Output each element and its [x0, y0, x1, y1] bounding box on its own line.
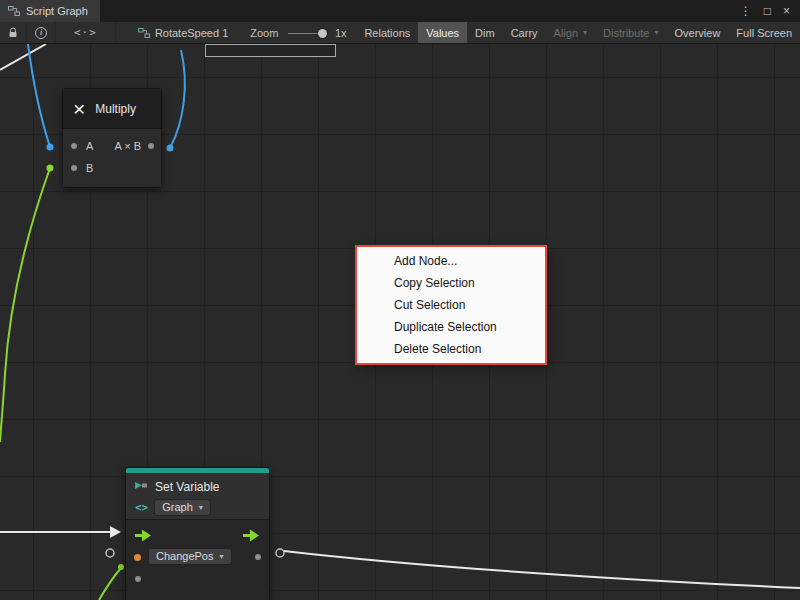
- menu-item-delete-selection[interactable]: Delete Selection: [357, 338, 545, 360]
- chevron-down-icon: ▾: [655, 29, 659, 37]
- value-output-port[interactable]: [255, 554, 261, 560]
- lock-button[interactable]: [0, 22, 27, 44]
- maximize-icon[interactable]: □: [764, 5, 771, 17]
- value-input-port[interactable]: [134, 554, 141, 561]
- wire-white-flow-out[interactable]: [284, 551, 800, 588]
- flow-row: [126, 524, 269, 546]
- scope-label: Graph: [162, 501, 193, 514]
- window-controls: ⋮ □ ×: [740, 0, 800, 22]
- green-port-dot: [47, 165, 54, 172]
- wire-blue-input-a[interactable]: [28, 44, 50, 147]
- set-variable-node-header[interactable]: Set Variable <> Graph ▾: [126, 473, 269, 520]
- graph-toolbar: i <·> RotateSpeed 1 Zoom 1x Relations Va…: [0, 22, 800, 44]
- distribute-label: Distribute: [603, 27, 649, 39]
- wire-green-input-b[interactable]: [0, 168, 50, 442]
- port-a-label: A: [86, 140, 93, 152]
- chevron-down-icon: ▾: [199, 504, 203, 512]
- flow-output-port[interactable]: [243, 529, 260, 542]
- full-screen-button[interactable]: Full Screen: [728, 22, 800, 44]
- ring-port[interactable]: [106, 549, 114, 557]
- carry-button[interactable]: Carry: [503, 22, 546, 44]
- wire-green-bottom[interactable]: [99, 568, 121, 600]
- carry-label: Carry: [511, 27, 538, 39]
- distribute-button[interactable]: Distribute ▾: [595, 22, 666, 44]
- full-screen-label: Full Screen: [736, 27, 792, 39]
- port-out-label: A × B: [114, 140, 141, 152]
- overview-button[interactable]: Overview: [667, 22, 729, 44]
- info-icon: i: [35, 27, 47, 39]
- align-button[interactable]: Align ▾: [546, 22, 595, 44]
- values-button[interactable]: Values: [418, 22, 467, 44]
- multiply-node-header[interactable]: × Multiply: [63, 89, 161, 129]
- close-icon[interactable]: ×: [783, 5, 790, 17]
- lock-icon: [8, 27, 18, 38]
- output-port[interactable]: [148, 143, 154, 149]
- blue-port-dot: [167, 145, 174, 152]
- dim-button[interactable]: Dim: [467, 22, 503, 44]
- flow-input-port[interactable]: [135, 529, 152, 542]
- menu-item-copy-selection[interactable]: Copy Selection: [357, 272, 545, 294]
- port-row-b: B: [63, 157, 161, 179]
- wire-white-topleft[interactable]: [0, 44, 46, 70]
- graph-canvas[interactable]: × Multiply A A × B B Set: [0, 44, 800, 600]
- script-graph-icon: [8, 5, 20, 17]
- overview-label: Overview: [675, 27, 721, 39]
- set-variable-icon: [134, 481, 148, 494]
- code-icon: <·>: [74, 26, 97, 39]
- flow-arrowhead: [110, 526, 121, 538]
- wire-blue-output[interactable]: [170, 50, 185, 148]
- ring-port[interactable]: [276, 549, 284, 557]
- align-label: Align: [554, 27, 578, 39]
- menu-item-duplicate-selection[interactable]: Duplicate Selection: [357, 316, 545, 338]
- set-variable-node-title: Set Variable: [155, 480, 219, 494]
- tab-script-graph[interactable]: Script Graph: [0, 0, 100, 22]
- variable-name-label: ChangePos: [156, 550, 214, 563]
- zoom-slider[interactable]: [288, 28, 327, 38]
- input-port[interactable]: [135, 576, 141, 582]
- multiply-node-title: Multiply: [95, 102, 136, 116]
- menu-item-add-node[interactable]: Add Node...: [357, 250, 545, 272]
- graph-type-icon: <>: [135, 501, 148, 514]
- code-view-button[interactable]: <·>: [56, 22, 116, 44]
- input-port-a[interactable]: [71, 143, 77, 149]
- variable-row: ChangePos ▾: [126, 546, 269, 568]
- relations-label: Relations: [364, 27, 410, 39]
- extra-port-row: [126, 568, 269, 590]
- port-row-a: A A × B: [63, 135, 161, 157]
- graph-breadcrumb-button[interactable]: RotateSpeed 1: [130, 22, 236, 44]
- inspect-button[interactable]: i: [27, 22, 56, 44]
- set-variable-node[interactable]: Set Variable <> Graph ▾: [125, 467, 270, 600]
- zoom-level: 1x: [331, 27, 351, 39]
- info-icon-glyph: i: [40, 28, 42, 37]
- port-b-label: B: [86, 162, 93, 174]
- input-port-b[interactable]: [71, 165, 77, 171]
- graph-asset-icon: [138, 27, 150, 39]
- set-variable-node-body: ChangePos ▾: [126, 520, 269, 600]
- variable-name-dropdown[interactable]: ChangePos ▾: [148, 548, 232, 565]
- values-label: Values: [426, 27, 459, 39]
- tab-title: Script Graph: [26, 5, 88, 17]
- floating-box: [205, 44, 336, 57]
- menu-item-cut-selection[interactable]: Cut Selection: [357, 294, 545, 316]
- multiply-icon: ×: [73, 98, 85, 119]
- green-port-dot: [118, 564, 124, 570]
- multiply-node-body: A A × B B: [63, 129, 161, 187]
- kebab-menu-icon[interactable]: ⋮: [740, 5, 752, 17]
- blue-port-dot: [47, 144, 54, 151]
- relations-button[interactable]: Relations: [356, 22, 418, 44]
- multiply-node[interactable]: × Multiply A A × B B: [62, 88, 162, 188]
- chevron-down-icon: ▾: [220, 553, 224, 561]
- dim-label: Dim: [475, 27, 495, 39]
- variable-scope-dropdown[interactable]: Graph ▾: [154, 499, 211, 516]
- graph-breadcrumb-label: RotateSpeed 1: [155, 27, 228, 39]
- zoom-slider-thumb[interactable]: [318, 29, 327, 38]
- tab-bar: Script Graph ⋮ □ ×: [0, 0, 800, 22]
- context-menu: Add Node... Copy Selection Cut Selection…: [355, 245, 547, 365]
- zoom-label: Zoom: [236, 27, 284, 39]
- chevron-down-icon: ▾: [583, 29, 587, 37]
